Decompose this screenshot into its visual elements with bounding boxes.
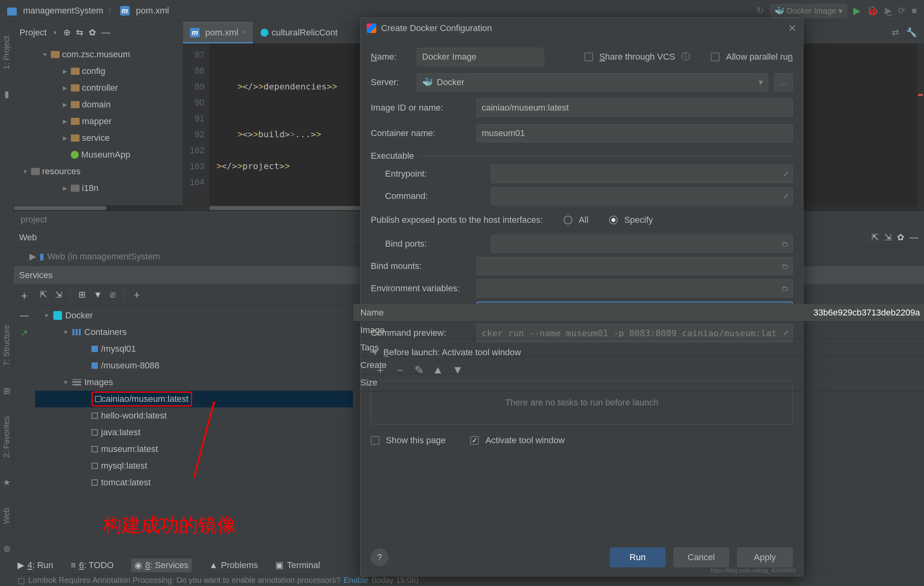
show-page-checkbox[interactable]	[371, 436, 379, 445]
bind-mounts-input[interactable]	[477, 257, 793, 275]
chevron-icon[interactable]	[43, 312, 50, 319]
server-combo[interactable]: 🐳 Docker ▾	[417, 73, 768, 92]
chevron-icon[interactable]	[41, 51, 49, 58]
service-item[interactable]: museum:latest	[35, 441, 353, 458]
image-id-input[interactable]	[477, 99, 793, 117]
status-link-enable[interactable]: Enable	[344, 576, 368, 585]
tree-item[interactable]: i18n	[14, 180, 183, 197]
tree-item[interactable]: domain	[14, 96, 183, 113]
stop-button[interactable]: ■	[912, 6, 917, 16]
entrypoint-input[interactable]	[491, 165, 793, 183]
tree-hscrollbar[interactable]	[14, 205, 183, 211]
service-item[interactable]: Docker	[35, 307, 353, 324]
command-input[interactable]	[491, 187, 793, 205]
share-vcs-checkbox[interactable]	[584, 53, 593, 61]
stripe-structure[interactable]: 7: Structure	[2, 325, 11, 366]
locate-icon[interactable]: ⊕	[63, 27, 70, 38]
radio-all[interactable]	[564, 216, 572, 224]
chevron-icon[interactable]	[61, 118, 68, 125]
web-settings-icon[interactable]: ✿	[897, 232, 904, 243]
service-item[interactable]: hello-world:latest	[35, 407, 353, 424]
browse-icon[interactable]: 🗀	[782, 284, 789, 293]
tab-pom-xml[interactable]: m pom.xml ×	[183, 21, 253, 43]
coverage-button[interactable]: ▶̲	[885, 6, 892, 16]
service-item[interactable]: tomcat:latest	[35, 474, 353, 491]
bottom-tool-8-services[interactable]: ◉8: Services	[131, 559, 192, 572]
editor-settings-icon[interactable]: ⇄	[892, 27, 899, 38]
name-input[interactable]	[417, 48, 544, 66]
bottom-tool-4-run[interactable]: ▶4: Run	[18, 560, 53, 570]
expand-icon[interactable]: ⇆	[76, 27, 83, 38]
parallel-run-checkbox[interactable]	[711, 53, 720, 61]
container-name-input[interactable]	[477, 124, 793, 142]
status-icon[interactable]: ▢	[18, 576, 25, 585]
close-tab-icon[interactable]: ×	[241, 28, 246, 37]
service-item[interactable]: cainiao/museum:latest	[35, 391, 353, 407]
chevron-icon[interactable]	[61, 101, 68, 108]
run-button[interactable]: Run	[610, 547, 665, 567]
add-service-icon[interactable]: ＋	[19, 288, 30, 303]
tree-item[interactable]: controller	[14, 80, 183, 96]
stripe-bookmark-icon[interactable]: ▮	[4, 89, 9, 99]
stripe-project[interactable]: 1: Project	[2, 36, 11, 69]
breadcrumb-project[interactable]: managementSystem	[23, 6, 103, 16]
service-item[interactable]: /museum-8088	[35, 357, 353, 374]
svc-expand-icon[interactable]: ⇱	[40, 290, 47, 300]
service-item[interactable]: Containers	[35, 324, 353, 341]
stripe-web-icon[interactable]: ⊚	[3, 544, 10, 554]
tab-cultural-relic[interactable]: culturalRelicCont	[253, 21, 345, 43]
expand-field-icon[interactable]: ⤢	[783, 169, 789, 178]
web-collapse-icon[interactable]: ⇲	[884, 232, 891, 243]
chevron-icon[interactable]	[61, 135, 68, 141]
bottom-tool-6-todo[interactable]: ≡6: TODO	[71, 560, 114, 570]
chevron-icon[interactable]	[61, 185, 68, 191]
chevron-icon[interactable]	[62, 329, 69, 335]
debug-button[interactable]: 🐞	[867, 5, 879, 16]
tree-item[interactable]: MuseumApp	[14, 146, 183, 163]
bottom-tool-terminal[interactable]: ▣Terminal	[275, 560, 320, 570]
run-button[interactable]: ▶	[853, 5, 860, 16]
tree-item[interactable]: com.zsc.museum	[14, 46, 183, 63]
settings-icon[interactable]: ✿	[89, 27, 96, 38]
tree-item[interactable]: resources	[14, 163, 183, 180]
tree-item[interactable]: service	[14, 130, 183, 146]
chevron-icon[interactable]	[61, 68, 68, 74]
services-tree[interactable]: DockerContainers/mysql01/museum-8088Imag…	[35, 306, 353, 562]
server-more-button[interactable]: …	[774, 73, 793, 92]
service-item[interactable]: mysql:latest	[35, 458, 353, 474]
service-item[interactable]: java:latest	[35, 424, 353, 441]
stripe-structure-icon[interactable]: ⊞	[3, 386, 10, 396]
project-view-dropdown[interactable]: ▼	[52, 29, 58, 36]
chevron-icon[interactable]	[21, 168, 29, 175]
open-arrow-icon[interactable]: ↗	[21, 328, 28, 338]
breadcrumb-file[interactable]: pom.xml	[136, 6, 169, 16]
chevron-icon[interactable]	[62, 379, 69, 385]
tree-item[interactable]: config	[14, 63, 183, 80]
service-item[interactable]: Images	[35, 374, 353, 391]
collapse-service-icon[interactable]: —	[20, 310, 29, 321]
web-expand-icon[interactable]: ⇱	[871, 232, 879, 243]
dialog-close-icon[interactable]: ✕	[788, 22, 797, 35]
project-panel-title[interactable]: Project	[19, 27, 47, 38]
browse-icon[interactable]: 🗀	[782, 240, 789, 248]
cancel-button[interactable]: Cancel	[673, 547, 729, 567]
run-config-selector[interactable]: 🐳 Docker Image ▾	[770, 4, 847, 18]
web-hide-icon[interactable]: —	[910, 232, 918, 243]
svc-collapse-icon[interactable]: ⇲	[55, 290, 62, 300]
help-hint-icon[interactable]: ⓘ	[681, 51, 690, 63]
service-item[interactable]: /mysql01	[35, 341, 353, 357]
chevron-icon[interactable]	[61, 85, 68, 91]
svc-layout-icon[interactable]: ⎚	[110, 290, 115, 300]
stripe-star-icon[interactable]: ★	[3, 477, 11, 488]
browse-icon[interactable]: 🗀	[782, 262, 789, 271]
sync-icon[interactable]: ↻	[757, 6, 764, 16]
expand-field-icon[interactable]: ⤢	[783, 192, 789, 201]
apply-button[interactable]: Apply	[737, 547, 793, 567]
help-button[interactable]: ?	[371, 549, 388, 566]
radio-specify[interactable]	[609, 216, 618, 224]
svc-grid-icon[interactable]: ⊞	[78, 290, 86, 300]
tree-item[interactable]: mapper	[14, 113, 183, 130]
stripe-web[interactable]: Web	[2, 508, 11, 524]
profile-button[interactable]: ⟳	[898, 6, 905, 16]
bind-ports-input[interactable]	[491, 235, 793, 253]
